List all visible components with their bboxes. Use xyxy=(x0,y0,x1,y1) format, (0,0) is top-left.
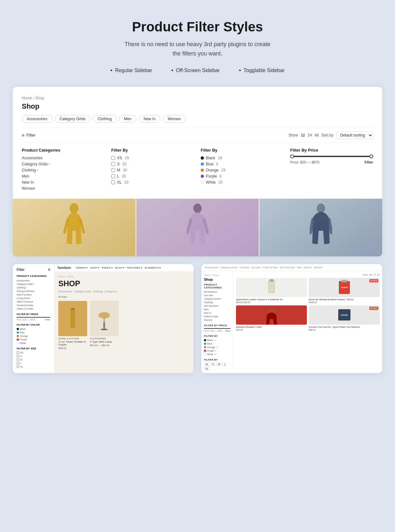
tog-product-3[interactable]: Buttoned Shoulder T-Shirt $35.00 xyxy=(236,305,307,331)
tcat-care[interactable]: Car care xyxy=(204,294,231,297)
tcat-new[interactable]: New In xyxy=(204,312,231,314)
furniture-product-2[interactable]: ACCESSORIES C Type Table Lamp $64.00 — $… xyxy=(90,301,119,350)
furniture-nav-shop[interactable]: SHOP ▾ xyxy=(90,266,99,269)
off-color-blue[interactable]: Blue xyxy=(17,331,50,334)
off-color-white[interactable]: White xyxy=(17,342,50,345)
furniture-nav-demos[interactable]: DEMOS ▾ xyxy=(76,266,88,269)
tnav-grids[interactable]: Category Grids xyxy=(220,266,238,269)
tnav-clothing[interactable]: Clothing xyxy=(240,266,249,269)
sort-select[interactable]: Default sorting xyxy=(336,131,373,139)
off-color-purple[interactable]: Purple xyxy=(17,338,50,341)
price-filter-btn[interactable]: Filter xyxy=(365,160,373,164)
tog-color-black[interactable]: Black 14 xyxy=(204,339,231,342)
size-xl-checkbox[interactable] xyxy=(111,180,115,184)
off-cat-grids[interactable]: Category Grids › xyxy=(17,283,50,286)
tnav-women[interactable]: Women xyxy=(314,266,323,269)
off-cat-dining[interactable]: Dining & Kitchen xyxy=(17,290,50,293)
cat-clothing[interactable]: Clothing › xyxy=(22,168,105,172)
cat-men[interactable]: Men xyxy=(22,174,105,179)
cat-accessories[interactable]: Accessories xyxy=(22,156,105,160)
show-24[interactable]: 24 xyxy=(307,133,312,137)
off-cat-living[interactable]: Living Room xyxy=(17,297,50,300)
fcat-accessories[interactable]: Accessories xyxy=(58,290,72,293)
tag-category-grids[interactable]: Category Grids xyxy=(55,115,90,123)
cat-new-in[interactable]: New In xyxy=(22,180,105,185)
cat-women[interactable]: Women xyxy=(22,186,105,191)
tog-show-24[interactable]: 24 xyxy=(373,274,376,276)
tnav-new[interactable]: New In xyxy=(304,266,312,269)
color-white[interactable]: White 29 xyxy=(201,180,284,185)
tcat-men[interactable]: Men xyxy=(204,308,231,311)
tcat-polish[interactable]: Polish & Wax xyxy=(204,315,231,318)
tag-new-in[interactable]: New In xyxy=(139,115,160,123)
tog-show-all[interactable]: All xyxy=(377,274,380,276)
size-xs[interactable]: XS 29 xyxy=(111,156,194,160)
offscreen-filter-btn[interactable]: Filter xyxy=(45,319,50,321)
product-image-1[interactable] xyxy=(13,199,136,256)
furniture-nav-pages[interactable]: PAGES ▾ xyxy=(102,266,112,269)
tog-size-xl2[interactable]: XL xyxy=(204,367,210,370)
tog-size-m[interactable]: M xyxy=(216,362,222,366)
off-cat-sectional[interactable]: Sectional Sofas xyxy=(17,304,50,307)
tnav-accessories[interactable]: Accessories xyxy=(205,266,218,269)
color-orange[interactable]: Orange 28 xyxy=(201,168,284,172)
furniture-nav-features[interactable]: FEATURES ▾ xyxy=(127,266,142,269)
tnav-polish[interactable]: Polish & Wax xyxy=(263,266,278,269)
cat-category-grids[interactable]: Category Grids › xyxy=(22,162,105,166)
color-purple[interactable]: Purple 6 xyxy=(201,174,284,179)
fcat-grids[interactable]: Category Grids xyxy=(74,290,91,293)
fcat-dining[interactable]: Dining & K... xyxy=(105,290,119,293)
show-all[interactable]: All xyxy=(315,133,319,137)
tcat-grids[interactable]: Category Grids › xyxy=(204,297,231,300)
product-image-3[interactable] xyxy=(259,199,382,256)
size-l[interactable]: L 30 xyxy=(111,174,194,179)
off-color-black[interactable]: Black xyxy=(17,328,50,330)
off-size-xs[interactable]: XS xyxy=(17,351,50,354)
product-image-2[interactable] xyxy=(136,199,259,256)
off-cat-accessories[interactable]: Accessories xyxy=(17,279,50,282)
color-blue[interactable]: Blue 9 xyxy=(201,162,284,166)
size-s[interactable]: S 30 xyxy=(111,162,194,166)
tog-product-2[interactable]: ARMOR ON SALE Armor-all Ultimate All Whe… xyxy=(309,278,380,303)
furniture-nav-elements[interactable]: ELEMENTS ▾ xyxy=(145,266,160,269)
tcat-clothing[interactable]: Clothing › xyxy=(204,301,231,304)
tnav-care[interactable]: Car care xyxy=(251,266,261,269)
off-cat-tables[interactable]: Tables & Chairs xyxy=(17,307,50,310)
tog-color-purple[interactable]: Purple 6 xyxy=(204,349,231,352)
tag-accessories[interactable]: Accessories xyxy=(22,115,52,123)
tog-product-1[interactable]: Apple Brand Leather Cleaner & Conditione… xyxy=(236,278,307,303)
size-m[interactable]: M 30 xyxy=(111,168,194,172)
price-handle-right[interactable] xyxy=(369,154,373,158)
tnav-men[interactable]: Men xyxy=(297,266,302,269)
size-s-checkbox[interactable] xyxy=(111,162,115,166)
tog-color-blue[interactable]: Blue 7 xyxy=(204,342,231,345)
tog-size-xl[interactable]: XL xyxy=(204,362,210,366)
off-cat-office[interactable]: Office Furniture xyxy=(17,300,50,303)
size-xl[interactable]: XL 29 xyxy=(111,180,194,185)
off-size-xl[interactable]: XL xyxy=(17,365,50,368)
furniture-product-1[interactable]: DINING & KITCHEN 17 oz. Travel Tumbler i… xyxy=(58,301,87,350)
off-size-s[interactable]: S xyxy=(17,355,50,358)
off-size-l[interactable]: L xyxy=(17,362,50,365)
tag-men[interactable]: Men xyxy=(119,115,136,123)
size-m-checkbox[interactable] xyxy=(111,168,115,172)
tcat-women[interactable]: Women xyxy=(204,319,231,321)
tog-color-orange[interactable]: Orange 21 xyxy=(204,346,231,349)
offscreen-close-icon[interactable]: ✕ xyxy=(48,268,50,271)
off-color-orange[interactable]: Orange xyxy=(17,335,50,337)
tnav-vouchers[interactable]: Gift Vouchers xyxy=(280,266,295,269)
price-range-track[interactable] xyxy=(290,156,373,157)
tag-clothing[interactable]: Clothing xyxy=(93,115,116,123)
tog-product-4[interactable]: CERAMIC ON SALE Ceramic Trim Coat Kit - … xyxy=(309,305,380,331)
tog-size-l[interactable]: L xyxy=(223,362,227,366)
price-handle-left[interactable] xyxy=(290,154,294,158)
off-cat-clothing[interactable]: Clothing › xyxy=(17,286,50,289)
tog-color-white[interactable]: White 29 xyxy=(204,353,231,356)
size-xs-checkbox[interactable] xyxy=(111,156,115,160)
tcat-vouchers[interactable]: Gift Vouchers xyxy=(204,304,231,307)
furniture-filter-toggle[interactable]: ⚙ Filter xyxy=(58,295,67,298)
off-size-m[interactable]: M xyxy=(17,358,50,361)
show-12[interactable]: 12 xyxy=(301,133,305,137)
tog-show-12[interactable]: 12 xyxy=(370,274,372,276)
tog-price-track[interactable] xyxy=(204,328,231,329)
